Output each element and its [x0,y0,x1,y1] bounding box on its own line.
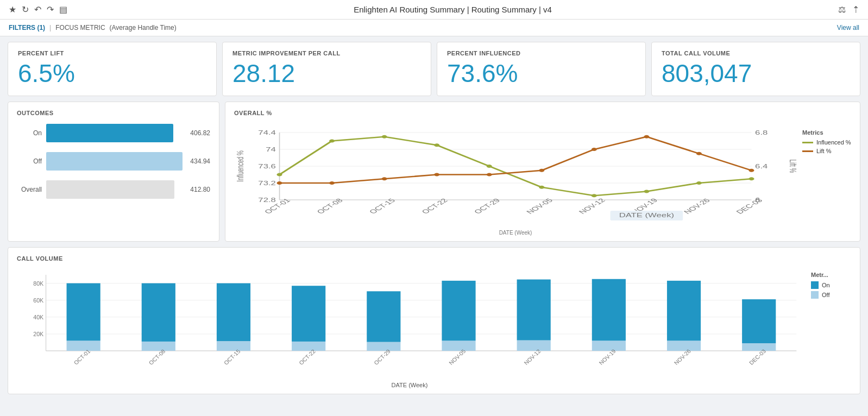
kpi-label-metric-improvement: METRIC IMPROVEMENT PER CALL [232,50,421,56]
overall-pct-card: OVERALL % 72.873.273.67474.466.46.8OCT-0… [225,102,860,242]
export-icon[interactable]: ⇡ [852,4,859,15]
lift-legend-label: Lift % [816,148,832,154]
overall-pct-legend-title: Metrics [802,129,851,136]
outcome-bar-wrap [46,180,183,199]
kpi-value-percent-influenced: 73.6% [447,61,636,86]
off-legend-box [811,291,819,299]
outcome-label: On [17,129,42,137]
header-icons: ★ ↻ ↶ ↷ ▤ [9,4,67,15]
outcome-row: Overall412.80 [17,180,210,199]
svg-text:72.8: 72.8 [258,197,276,203]
svg-text:Influenced %: Influenced % [235,150,245,182]
svg-point-16 [329,140,335,143]
svg-rect-61 [67,283,100,341]
outcome-value: 412.80 [190,186,210,193]
filter-icon[interactable]: ⚖ [838,4,846,15]
svg-point-17 [382,135,387,138]
outcome-label: Off [17,157,42,165]
svg-rect-88 [742,299,776,343]
kpi-label-total-call-volume: TOTAL CALL VOLUME [662,50,850,56]
svg-point-28 [434,173,439,177]
outcome-row: Off434.94 [17,152,210,171]
svg-point-23 [696,181,702,185]
svg-point-21 [592,194,597,197]
charts-row: OUTCOMES On406.82Off434.94Overall412.80 … [8,102,860,242]
svg-rect-78 [517,341,551,351]
main-content: PERCENT LIFT 6.5% METRIC IMPROVEMENT PER… [0,36,868,400]
svg-text:60K: 60K [33,298,43,304]
outcome-bar-on [46,124,173,142]
call-volume-card: CALL VOLUME 80K60K40K20KOCT-01OCT-08OCT-… [8,247,860,394]
svg-point-34 [749,169,754,172]
outcome-bar-wrap [46,124,183,142]
bookmark-icon[interactable]: ★ [9,4,16,15]
svg-rect-76 [442,281,475,341]
svg-rect-72 [367,342,400,351]
svg-rect-82 [592,279,626,341]
header: ★ ↻ ↶ ↷ ▤ Enlighten AI Routing Summary |… [0,0,868,20]
svg-text:DATE (Week): DATE (Week) [619,212,674,218]
svg-rect-81 [592,341,626,351]
call-volume-inner: 80K60K40K20KOCT-01OCT-08OCT-15OCT-22OCT-… [17,269,851,388]
overall-pct-chart-area: 72.873.273.67474.466.46.8OCT-01OCT-08OCT… [234,124,797,236]
svg-point-29 [487,173,492,177]
svg-rect-66 [217,341,250,351]
filter-separator: | [49,24,51,31]
focus-metric-label: FOCUS METRIC [55,24,105,31]
call-volume-title: CALL VOLUME [17,255,851,262]
header-right: ⚖ ⇡ [838,4,859,15]
svg-text:Lift %: Lift % [788,160,797,173]
call-volume-chart-area: 80K60K40K20KOCT-01OCT-08OCT-15OCT-22OCT-… [17,269,802,388]
svg-point-25 [277,181,282,185]
svg-rect-63 [142,342,175,351]
svg-text:74: 74 [266,147,276,153]
overall-pct-legend: Metrics Influenced % Lift % [797,124,851,154]
svg-point-15 [277,173,282,177]
svg-point-26 [329,181,335,185]
page-title: Enlighten AI Routing Summary | Routing S… [354,5,552,14]
kpi-label-percent-influenced: PERCENT INFLUENCED [447,50,636,56]
svg-rect-85 [667,281,701,341]
history-icon[interactable]: ↻ [22,4,29,15]
outcomes-chart: On406.82Off434.94Overall412.80 [17,124,210,199]
influenced-legend-line [802,142,813,143]
svg-rect-60 [67,341,100,351]
kpi-value-total-call-volume: 803,047 [662,61,850,86]
svg-point-19 [487,165,492,168]
svg-point-24 [749,177,754,180]
svg-point-33 [696,152,702,155]
outcome-bar-wrap [46,152,183,171]
svg-point-18 [434,143,439,147]
focus-metric-value: (Average Handle Time) [110,24,177,31]
influenced-legend-label: Influenced % [816,139,851,146]
undo-icon[interactable]: ↶ [34,4,41,15]
view-all-link[interactable]: View all [837,24,859,31]
svg-point-30 [539,169,544,172]
kpi-label-percent-lift: PERCENT LIFT [18,50,206,56]
outcomes-card: OUTCOMES On406.82Off434.94Overall412.80 [8,102,219,242]
svg-text:6.8: 6.8 [755,130,768,136]
svg-text:73.2: 73.2 [258,180,275,186]
svg-rect-73 [367,291,400,342]
lift-legend-line [802,150,813,152]
svg-text:40K: 40K [33,314,43,320]
filters-label[interactable]: FILTERS (1) [9,24,45,31]
filter-bar: FILTERS (1) | FOCUS METRIC (Average Hand… [0,20,868,36]
outcome-value: 406.82 [190,129,210,137]
share-icon[interactable]: ▤ [59,4,67,15]
overall-pct-x-label: DATE (Week) [234,230,797,236]
overall-pct-title: OVERALL % [234,110,851,116]
svg-rect-70 [292,286,325,342]
redo-icon[interactable]: ↷ [47,4,54,15]
filter-bar-left: FILTERS (1) | FOCUS METRIC (Average Hand… [9,24,177,31]
svg-text:73.6: 73.6 [258,163,276,169]
svg-rect-79 [517,280,551,341]
kpi-card-percent-influenced: PERCENT INFLUENCED 73.6% [437,42,646,96]
outcome-bar-off [46,152,183,171]
kpi-card-metric-improvement: METRIC IMPROVEMENT PER CALL 28.12 [222,42,431,96]
svg-point-27 [382,177,387,180]
svg-rect-84 [667,341,701,351]
svg-point-31 [592,148,597,151]
kpi-value-metric-improvement: 28.12 [232,61,421,86]
outcome-label: Overall [17,186,42,193]
